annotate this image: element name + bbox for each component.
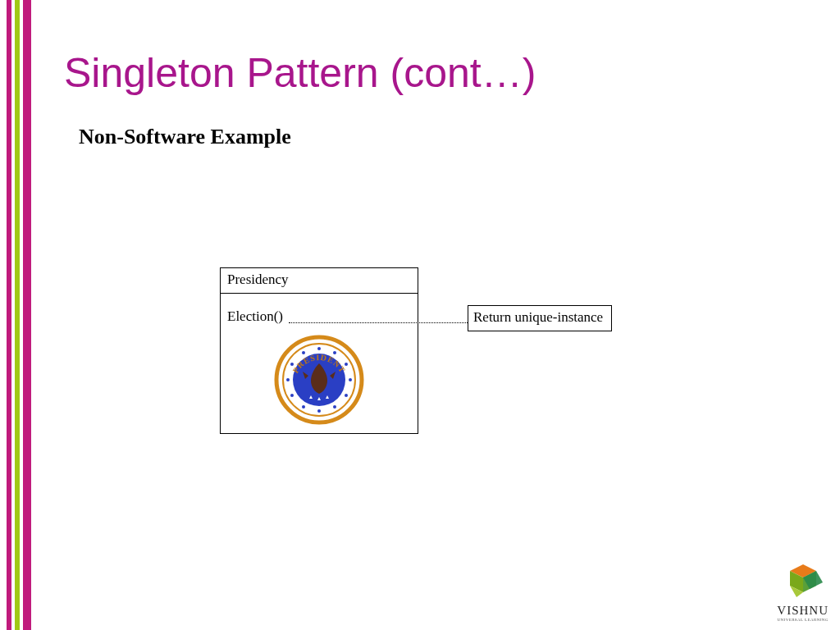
svg-point-7 xyxy=(345,394,348,397)
uml-note: Return unique-instance xyxy=(468,305,612,331)
president-seal-icon: PRESIDENT xyxy=(274,335,364,425)
brand-logo: VISHNU UNIVERSAL LEARNING xyxy=(777,563,829,622)
brand-name: VISHNU xyxy=(777,604,829,618)
class-name: Presidency xyxy=(221,268,418,294)
svg-point-10 xyxy=(302,405,305,409)
decor-stripe-2 xyxy=(15,0,20,630)
svg-point-6 xyxy=(349,378,352,381)
svg-point-5 xyxy=(345,363,348,366)
class-box: Presidency Election() xyxy=(220,267,418,434)
svg-point-8 xyxy=(333,405,336,409)
svg-point-12 xyxy=(286,378,290,381)
class-body: Election() xyxy=(221,294,418,433)
svg-point-13 xyxy=(290,363,294,366)
uml-diagram: Presidency Election() xyxy=(220,267,418,434)
svg-point-14 xyxy=(302,351,305,354)
svg-point-3 xyxy=(317,347,321,350)
note-connector xyxy=(289,322,468,323)
page-subtitle: Non-Software Example xyxy=(79,125,291,149)
svg-point-4 xyxy=(333,351,336,354)
decor-stripe-3 xyxy=(23,0,31,630)
svg-point-9 xyxy=(317,409,321,413)
svg-point-11 xyxy=(290,394,294,397)
page-title: Singleton Pattern (cont…) xyxy=(64,49,536,97)
brand-tagline: UNIVERSAL LEARNING xyxy=(777,618,829,622)
decor-stripe-1 xyxy=(7,0,11,630)
vishnu-logo-icon xyxy=(780,563,826,602)
